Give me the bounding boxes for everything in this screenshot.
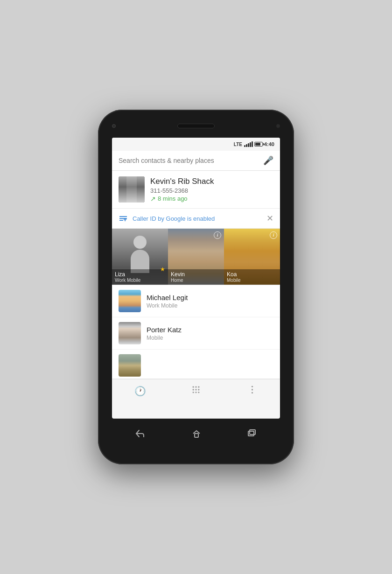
signal-bars-icon (244, 141, 253, 147)
overflow-icon (251, 385, 253, 397)
clock: 4:40 (264, 141, 274, 147)
michael-avatar (119, 290, 141, 312)
signal-bar-3 (248, 143, 249, 147)
svg-point-12 (193, 392, 194, 393)
mic-icon[interactable]: 🎤 (263, 155, 273, 166)
caller-id-banner: Caller ID by Google is enabled ✕ (112, 209, 280, 229)
nav-overflow[interactable] (224, 379, 280, 402)
porter-name: Porter Katz (147, 326, 273, 334)
recent-call-name: Kevin's Rib Shack (150, 177, 273, 186)
recent-call-time: ↗ 8 mins ago (150, 195, 273, 203)
svg-point-6 (193, 386, 194, 388)
sensor (276, 124, 280, 128)
svg-rect-18 (195, 434, 198, 437)
network-indicator: LTE (234, 142, 242, 147)
contact-item-porter[interactable]: Porter Katz Mobile (112, 317, 280, 350)
svg-point-7 (195, 386, 196, 388)
recent-call-photo (119, 176, 145, 203)
dialpad-icon (191, 385, 201, 397)
phone-screen: LTE 4:40 🎤 (112, 138, 280, 419)
phone-bottom-bar (98, 446, 294, 464)
caller-id-text: Caller ID by Google is enabled (133, 215, 262, 222)
svg-rect-19 (248, 431, 254, 436)
nav-recent[interactable]: 🕐 (112, 379, 168, 402)
koa-type: Mobile (227, 278, 277, 283)
porter-type: Mobile (147, 335, 273, 341)
phone-frame: LTE 4:40 🎤 (98, 110, 294, 464)
search-input[interactable] (119, 157, 259, 164)
svg-point-16 (251, 389, 252, 390)
kevin-name: Kevin (171, 271, 221, 278)
favorite-item-kevin[interactable]: Kevin Home i (168, 229, 224, 285)
svg-point-10 (195, 389, 196, 390)
liza-label: Liza Work Mobile (112, 269, 168, 285)
partial-photo (119, 354, 141, 377)
signal-bar-4 (250, 142, 251, 147)
close-icon[interactable]: ✕ (266, 213, 273, 224)
battery-icon (254, 142, 263, 147)
contact-item-michael[interactable]: Michael Legit Work Mobile (112, 285, 280, 317)
outgoing-arrow-icon: ↗ (150, 195, 156, 203)
favorites-grid: Liza Work Mobile ★ Kevin Home i (112, 229, 280, 285)
recent-call-thumbnail (119, 176, 145, 203)
signal-bar-1 (244, 145, 245, 147)
porter-photo (119, 322, 141, 344)
speaker (177, 124, 215, 128)
battery-fill (255, 143, 260, 146)
contact-item-partial[interactable] (112, 350, 280, 379)
kevin-info-icon[interactable]: i (214, 231, 221, 239)
phone-top-bar (98, 110, 294, 138)
signal-bar-2 (246, 144, 247, 147)
liza-name: Liza (115, 271, 165, 278)
front-camera (112, 124, 116, 128)
recents-button[interactable] (247, 429, 257, 440)
contact-list: Michael Legit Work Mobile Porter Katz Mo… (112, 285, 280, 379)
michael-name: Michael Legit (147, 294, 273, 301)
svg-point-14 (198, 392, 199, 393)
status-bar: LTE 4:40 (112, 138, 280, 151)
partial-avatar (119, 354, 141, 377)
kevin-label: Kevin Home (168, 269, 224, 285)
back-button[interactable] (135, 429, 146, 440)
liza-type: Work Mobile (115, 278, 165, 283)
nav-dialpad[interactable] (168, 379, 224, 402)
recent-call-card[interactable]: Kevin's Rib Shack 311-555-2368 ↗ 8 mins … (112, 171, 280, 209)
porter-avatar (119, 322, 141, 344)
svg-point-8 (198, 386, 199, 388)
porter-info: Porter Katz Mobile (147, 326, 273, 341)
michael-photo (119, 290, 141, 312)
bottom-nav: 🕐 (112, 379, 280, 402)
signal-bar-5 (252, 141, 253, 147)
svg-rect-20 (250, 430, 255, 434)
koa-name: Koa (227, 271, 277, 278)
search-bar[interactable]: 🎤 (112, 151, 280, 171)
recent-call-number: 311-555-2368 (150, 187, 273, 194)
recent-icon: 🕐 (134, 385, 146, 397)
system-nav (112, 423, 280, 446)
svg-point-13 (195, 392, 196, 393)
svg-point-11 (198, 389, 199, 390)
kevin-type: Home (171, 278, 221, 283)
home-button[interactable] (192, 429, 201, 440)
svg-point-17 (251, 392, 252, 393)
svg-point-15 (251, 386, 252, 387)
favorite-item-liza[interactable]: Liza Work Mobile ★ (112, 229, 168, 285)
koa-label: Koa Mobile (224, 269, 280, 285)
star-badge-icon: ★ (160, 266, 165, 273)
koa-info-icon[interactable]: i (270, 231, 277, 239)
svg-point-9 (193, 389, 194, 390)
caller-id-icon (119, 215, 128, 222)
recent-call-info: Kevin's Rib Shack 311-555-2368 ↗ 8 mins … (150, 177, 273, 203)
michael-info: Michael Legit Work Mobile (147, 294, 273, 309)
michael-type: Work Mobile (147, 302, 273, 309)
favorite-item-koa[interactable]: Koa Mobile i (224, 229, 280, 285)
status-icons: 4:40 (244, 141, 274, 147)
